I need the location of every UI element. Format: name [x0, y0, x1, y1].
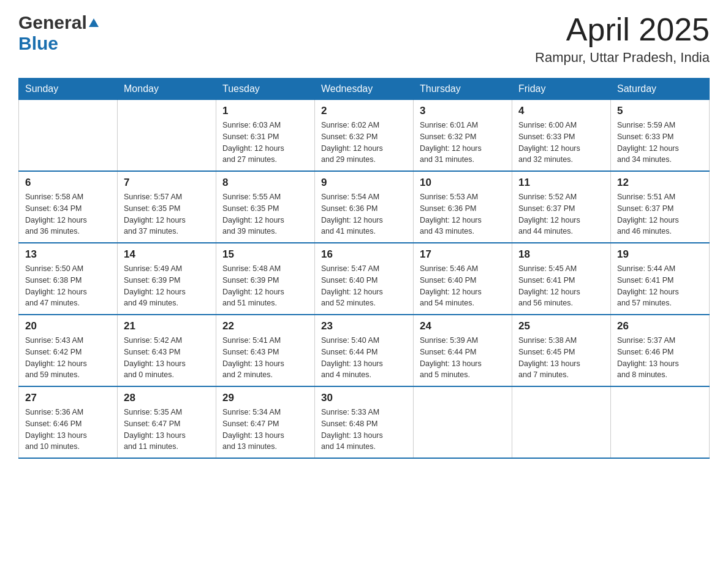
- calendar-cell: 23Sunrise: 5:40 AMSunset: 6:44 PMDayligh…: [315, 315, 414, 386]
- logo-general-text: General: [18, 12, 87, 33]
- day-info: Sunrise: 5:48 AMSunset: 6:39 PMDaylight:…: [222, 263, 308, 309]
- calendar-cell: 4Sunrise: 6:00 AMSunset: 6:33 PMDaylight…: [512, 100, 611, 172]
- calendar-cell: 5Sunrise: 5:59 AMSunset: 6:33 PMDaylight…: [611, 100, 710, 172]
- calendar-cell: 18Sunrise: 5:45 AMSunset: 6:41 PMDayligh…: [512, 243, 611, 315]
- week-row-4: 20Sunrise: 5:43 AMSunset: 6:42 PMDayligh…: [19, 315, 710, 386]
- header-row: Sunday Monday Tuesday Wednesday Thursday…: [19, 79, 710, 100]
- day-info: Sunrise: 5:37 AMSunset: 6:46 PMDaylight:…: [617, 335, 703, 381]
- day-info: Sunrise: 5:43 AMSunset: 6:42 PMDaylight:…: [25, 335, 111, 381]
- day-number: 1: [222, 105, 308, 117]
- week-row-2: 6Sunrise: 5:58 AMSunset: 6:34 PMDaylight…: [19, 171, 710, 243]
- location-text: Rampur, Uttar Pradesh, India: [535, 50, 710, 66]
- day-number: 3: [420, 105, 506, 117]
- day-info: Sunrise: 5:34 AMSunset: 6:47 PMDaylight:…: [222, 407, 308, 453]
- day-info: Sunrise: 5:58 AMSunset: 6:34 PMDaylight:…: [25, 191, 111, 237]
- day-info: Sunrise: 6:01 AMSunset: 6:32 PMDaylight:…: [420, 120, 506, 166]
- day-info: Sunrise: 5:41 AMSunset: 6:43 PMDaylight:…: [222, 335, 308, 381]
- day-number: 26: [617, 320, 703, 332]
- day-info: Sunrise: 5:52 AMSunset: 6:37 PMDaylight:…: [518, 191, 604, 237]
- day-number: 11: [518, 177, 604, 189]
- day-number: 24: [420, 320, 506, 332]
- day-number: 14: [124, 248, 210, 261]
- logo-triangle-icon: [88, 17, 99, 28]
- day-number: 28: [124, 392, 210, 404]
- day-info: Sunrise: 5:46 AMSunset: 6:40 PMDaylight:…: [420, 263, 506, 309]
- col-thursday: Thursday: [414, 79, 512, 100]
- calendar-cell: 22Sunrise: 5:41 AMSunset: 6:43 PMDayligh…: [216, 315, 315, 386]
- day-number: 18: [518, 248, 604, 261]
- day-number: 17: [420, 248, 506, 261]
- day-info: Sunrise: 5:33 AMSunset: 6:48 PMDaylight:…: [321, 407, 407, 453]
- day-number: 15: [222, 248, 308, 261]
- day-number: 23: [321, 320, 407, 332]
- month-title: April 2025: [535, 12, 710, 47]
- day-number: 4: [518, 105, 604, 117]
- col-saturday: Saturday: [611, 79, 710, 100]
- day-number: 21: [124, 320, 210, 332]
- day-info: Sunrise: 5:44 AMSunset: 6:41 PMDaylight:…: [617, 263, 703, 309]
- day-number: 22: [222, 320, 308, 332]
- calendar-header: Sunday Monday Tuesday Wednesday Thursday…: [19, 79, 710, 100]
- calendar-cell: [414, 386, 512, 458]
- svg-marker-0: [89, 18, 99, 27]
- day-info: Sunrise: 5:42 AMSunset: 6:43 PMDaylight:…: [124, 335, 210, 381]
- week-row-5: 27Sunrise: 5:36 AMSunset: 6:46 PMDayligh…: [19, 386, 710, 458]
- calendar-cell: 9Sunrise: 5:54 AMSunset: 6:36 PMDaylight…: [315, 171, 414, 243]
- day-info: Sunrise: 5:45 AMSunset: 6:41 PMDaylight:…: [518, 263, 604, 309]
- day-number: 16: [321, 248, 407, 261]
- day-info: Sunrise: 5:55 AMSunset: 6:35 PMDaylight:…: [222, 191, 308, 237]
- calendar-cell: 25Sunrise: 5:38 AMSunset: 6:45 PMDayligh…: [512, 315, 611, 386]
- calendar-cell: 3Sunrise: 6:01 AMSunset: 6:32 PMDaylight…: [414, 100, 512, 172]
- day-info: Sunrise: 5:59 AMSunset: 6:33 PMDaylight:…: [617, 120, 703, 166]
- day-info: Sunrise: 5:38 AMSunset: 6:45 PMDaylight:…: [518, 335, 604, 381]
- calendar-cell: 26Sunrise: 5:37 AMSunset: 6:46 PMDayligh…: [611, 315, 710, 386]
- calendar-cell: [118, 100, 216, 172]
- calendar-cell: 8Sunrise: 5:55 AMSunset: 6:35 PMDaylight…: [216, 171, 315, 243]
- day-info: Sunrise: 5:53 AMSunset: 6:36 PMDaylight:…: [420, 191, 506, 237]
- week-row-3: 13Sunrise: 5:50 AMSunset: 6:38 PMDayligh…: [19, 243, 710, 315]
- calendar-cell: [19, 100, 118, 172]
- col-tuesday: Tuesday: [216, 79, 315, 100]
- col-sunday: Sunday: [19, 79, 118, 100]
- day-number: 10: [420, 177, 506, 189]
- page-header: General Blue April 2025 Rampur, Uttar Pr…: [18, 12, 710, 66]
- calendar-cell: 7Sunrise: 5:57 AMSunset: 6:35 PMDaylight…: [118, 171, 216, 243]
- day-info: Sunrise: 5:47 AMSunset: 6:40 PMDaylight:…: [321, 263, 407, 309]
- calendar-cell: 16Sunrise: 5:47 AMSunset: 6:40 PMDayligh…: [315, 243, 414, 315]
- day-number: 19: [617, 248, 703, 261]
- col-friday: Friday: [512, 79, 611, 100]
- day-info: Sunrise: 5:35 AMSunset: 6:47 PMDaylight:…: [124, 407, 210, 453]
- calendar-cell: 13Sunrise: 5:50 AMSunset: 6:38 PMDayligh…: [19, 243, 118, 315]
- day-number: 5: [617, 105, 703, 117]
- day-info: Sunrise: 6:00 AMSunset: 6:33 PMDaylight:…: [518, 120, 604, 166]
- day-number: 7: [124, 177, 210, 189]
- day-number: 13: [25, 248, 111, 261]
- calendar-cell: 20Sunrise: 5:43 AMSunset: 6:42 PMDayligh…: [19, 315, 118, 386]
- calendar-cell: 17Sunrise: 5:46 AMSunset: 6:40 PMDayligh…: [414, 243, 512, 315]
- day-info: Sunrise: 5:50 AMSunset: 6:38 PMDaylight:…: [25, 263, 111, 309]
- col-monday: Monday: [118, 79, 216, 100]
- day-number: 12: [617, 177, 703, 189]
- calendar-cell: 19Sunrise: 5:44 AMSunset: 6:41 PMDayligh…: [611, 243, 710, 315]
- calendar-table: Sunday Monday Tuesday Wednesday Thursday…: [18, 78, 710, 459]
- calendar-cell: [611, 386, 710, 458]
- day-info: Sunrise: 5:51 AMSunset: 6:37 PMDaylight:…: [617, 191, 703, 237]
- calendar-cell: 1Sunrise: 6:03 AMSunset: 6:31 PMDaylight…: [216, 100, 315, 172]
- day-info: Sunrise: 5:36 AMSunset: 6:46 PMDaylight:…: [25, 407, 111, 453]
- calendar-cell: 24Sunrise: 5:39 AMSunset: 6:44 PMDayligh…: [414, 315, 512, 386]
- day-info: Sunrise: 5:39 AMSunset: 6:44 PMDaylight:…: [420, 335, 506, 381]
- logo: General Blue: [18, 12, 100, 54]
- calendar-cell: 12Sunrise: 5:51 AMSunset: 6:37 PMDayligh…: [611, 171, 710, 243]
- calendar-cell: 21Sunrise: 5:42 AMSunset: 6:43 PMDayligh…: [118, 315, 216, 386]
- day-info: Sunrise: 5:54 AMSunset: 6:36 PMDaylight:…: [321, 191, 407, 237]
- day-info: Sunrise: 6:02 AMSunset: 6:32 PMDaylight:…: [321, 120, 407, 166]
- day-number: 8: [222, 177, 308, 189]
- calendar-cell: 27Sunrise: 5:36 AMSunset: 6:46 PMDayligh…: [19, 386, 118, 458]
- calendar-cell: 10Sunrise: 5:53 AMSunset: 6:36 PMDayligh…: [414, 171, 512, 243]
- logo-blue-text: Blue: [18, 33, 58, 54]
- day-number: 6: [25, 177, 111, 189]
- week-row-1: 1Sunrise: 6:03 AMSunset: 6:31 PMDaylight…: [19, 100, 710, 172]
- day-number: 25: [518, 320, 604, 332]
- col-wednesday: Wednesday: [315, 79, 414, 100]
- calendar-cell: 15Sunrise: 5:48 AMSunset: 6:39 PMDayligh…: [216, 243, 315, 315]
